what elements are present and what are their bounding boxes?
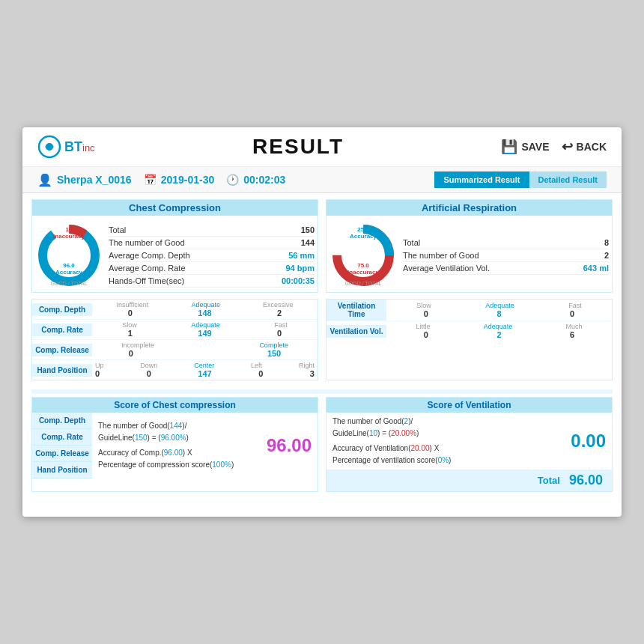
stat-depth: Average Comp. Depth 56 mm <box>109 249 315 262</box>
main-card: BTinc RESULT 💾 SAVE ↩ BACK 👤 Sherpa X_00… <box>22 127 622 517</box>
page-title: RESULT <box>252 135 344 159</box>
left-metrics: Comp. Depth Insufficient Adequate Excess… <box>31 299 318 380</box>
separator <box>31 389 613 394</box>
save-icon: 💾 <box>501 139 517 155</box>
chest-score-content: The number of Good(144)/ GuideLine(150) … <box>92 413 318 479</box>
vent-time-label: Ventilation Time <box>326 300 386 321</box>
chest-label-depth: Comp. Depth <box>32 413 92 429</box>
resp-donut: 25.0Accuracy 75.0Inaccuracy GOOD / TOTAL <box>329 222 397 289</box>
resp-stats: Total 8 The number of Good 2 Average Ven… <box>403 237 609 275</box>
save-button[interactable]: 💾 SAVE <box>501 139 549 155</box>
clock-icon: 🕐 <box>226 174 239 186</box>
chest-score-section: Score of Chest compression Comp. Depth C… <box>31 397 318 492</box>
user-info: 👤 Sherpa X_0016 <box>37 173 132 187</box>
chest-section-title: Chest Compression <box>32 200 318 216</box>
sub-header: 👤 Sherpa X_0016 📅 2019-01-30 🕐 00:02:03 … <box>22 167 622 193</box>
metrics-sections: Comp. Depth Insufficient Adequate Excess… <box>31 299 613 383</box>
chest-donut: 10Inaccuracy 96.0Accuracy GOOD / TOTAL <box>35 222 103 289</box>
vent-time-data: Slow Adequate Fast 0 8 0 <box>386 300 612 320</box>
chest-score-value: 96.00 <box>267 435 312 456</box>
comp-release-row: Comp. Release Incomplete Complete 0 150 <box>32 340 318 360</box>
chest-score-title: Score of Chest compression <box>32 398 318 413</box>
total-label: Total <box>538 475 560 486</box>
resp-good: The number of Good 2 <box>403 249 609 262</box>
chest-stats: Total 150 The number of Good 144 Average… <box>109 224 315 288</box>
comp-depth-label: Comp. Depth <box>32 303 92 316</box>
stat-good: The number of Good 144 <box>109 237 315 249</box>
main-content: Chest Compression 10Inaccuracy 96.0Accur… <box>22 193 622 507</box>
comp-rate-row: Comp. Rate Slow Adequate Fast 1 149 0 <box>32 320 318 340</box>
calendar-icon: 📅 <box>144 174 157 186</box>
vent-score-formula: The number of Good(2)/ GuideLine(10) = (… <box>332 416 556 467</box>
comp-depth-data: Insufficient Adequate Excessive 0 148 2 <box>92 300 318 319</box>
hand-position-row: Hand Position Up Down Center Left Right … <box>32 360 318 380</box>
date-value: 2019-01-30 <box>161 174 215 186</box>
vent-score-title: Score of Ventilation <box>326 398 612 413</box>
svg-point-1 <box>46 143 53 151</box>
logo-text: BTinc <box>64 139 95 154</box>
time-value: 00:02:03 <box>243 174 285 186</box>
vent-vol-label: Ventilation Vol. <box>326 325 386 338</box>
comp-depth-row: Comp. Depth Insufficient Adequate Excess… <box>32 300 318 320</box>
header-actions: 💾 SAVE ↩ BACK <box>501 139 607 155</box>
comp-release-label: Comp. Release <box>32 344 92 356</box>
vent-time-row: Ventilation Time Slow Adequate Fast 0 8 … <box>326 300 612 321</box>
total-value: 96.00 <box>569 473 603 488</box>
vent-score-value: 0.00 <box>571 431 606 452</box>
chest-label-rate: Comp. Rate <box>32 429 92 446</box>
date-info: 📅 2019-01-30 <box>144 174 215 186</box>
stat-rate: Average Comp. Rate 94 bpm <box>109 262 315 275</box>
chest-label-release: Comp. Release <box>32 446 92 462</box>
vent-vol-row: Ventilation Vol. Little Adequate Much 0 … <box>326 321 612 341</box>
username: Sherpa X_0016 <box>57 174 132 186</box>
resp-total: Total 8 <box>403 237 609 249</box>
chest-compression-section: Chest Compression 10Inaccuracy 96.0Accur… <box>31 199 318 293</box>
chest-score-labels: Comp. Depth Comp. Rate Comp. Release Han… <box>32 413 92 479</box>
vent-score-inner: The number of Good(2)/ GuideLine(10) = (… <box>326 413 612 470</box>
comp-release-data: Incomplete Complete 0 150 <box>92 340 318 359</box>
resp-inner: 25.0Accuracy 75.0Inaccuracy GOOD / TOTAL… <box>326 219 612 292</box>
sub-header-left: 👤 Sherpa X_0016 📅 2019-01-30 🕐 00:02:03 <box>37 173 285 187</box>
user-icon: 👤 <box>37 173 52 187</box>
score-sections: Score of Chest compression Comp. Depth C… <box>31 397 613 495</box>
stat-total: Total 150 <box>109 224 315 237</box>
tab-detailed[interactable]: Detailed Result <box>529 171 607 188</box>
chest-score-inner: Comp. Depth Comp. Rate Comp. Release Han… <box>32 413 318 479</box>
top-sections: Chest Compression 10Inaccuracy 96.0Accur… <box>31 199 613 293</box>
total-row: Total 96.00 <box>326 470 612 491</box>
chest-score-formula: The number of Good(144)/ GuideLine(150) … <box>98 420 252 471</box>
back-icon: ↩ <box>562 139 573 155</box>
tab-summarized[interactable]: Summarized Result <box>434 171 529 188</box>
hand-position-data: Up Down Center Left Right 0 0 147 0 3 <box>92 360 318 380</box>
vent-score-content: The number of Good(2)/ GuideLine(10) = (… <box>326 413 612 470</box>
vent-vol-data: Little Adequate Much 0 2 6 <box>386 321 612 341</box>
resp-vol: Average Ventilation Vol. 643 ml <box>403 262 609 275</box>
tab-group: Summarized Result Detailed Result <box>434 171 607 188</box>
logo-icon <box>37 135 61 159</box>
vent-score-section: Score of Ventilation The number of Good(… <box>326 397 613 492</box>
header: BTinc RESULT 💾 SAVE ↩ BACK <box>22 127 622 167</box>
back-button[interactable]: ↩ BACK <box>562 139 607 155</box>
hand-position-label: Hand Position <box>32 364 92 377</box>
resp-section-title: Artificial Respiration <box>326 200 612 216</box>
comp-rate-data: Slow Adequate Fast 1 149 0 <box>92 320 318 339</box>
right-metrics: Ventilation Time Slow Adequate Fast 0 8 … <box>326 299 613 380</box>
chest-label-hand: Hand Position <box>32 462 92 479</box>
stat-handsoff: Hands-Off Time(sec) 00:00:35 <box>109 275 315 288</box>
time-info: 🕐 00:02:03 <box>226 174 285 186</box>
chest-inner: 10Inaccuracy 96.0Accuracy GOOD / TOTAL T… <box>32 219 318 292</box>
logo: BTinc <box>37 135 95 159</box>
comp-rate-label: Comp. Rate <box>32 323 92 336</box>
artificial-respiration-section: Artificial Respiration 25.0Accuracy 75.0… <box>326 199 613 293</box>
